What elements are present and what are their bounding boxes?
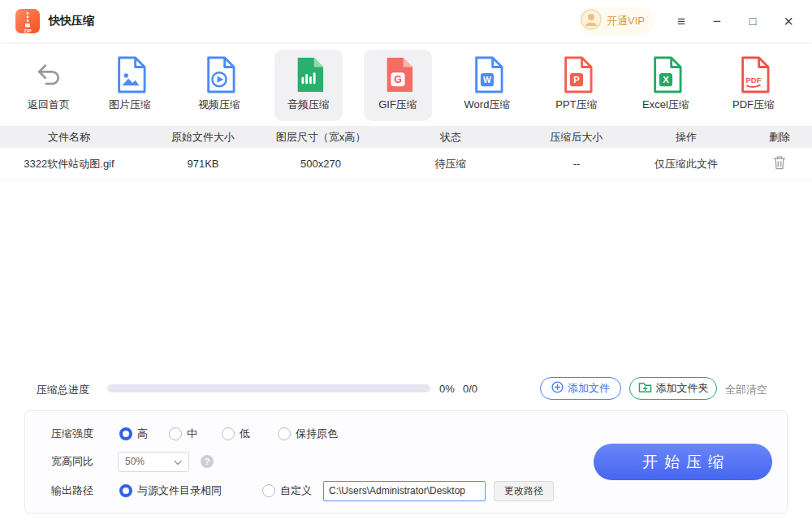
toolbar-item-label: Excel压缩 [642,98,689,112]
pdf-doc-icon: PDF [737,54,770,95]
toolbar-item-label: GIF压缩 [378,98,417,112]
ratio-label: 宽高同比 [51,454,97,469]
svg-text:X: X [663,75,669,84]
column-header-filename: 文件名称 [0,130,138,145]
svg-text:G: G [394,74,402,85]
table-row: 3322软件站动图.gif 971KB 500x270 待压缩 -- 仅压缩此文… [0,148,812,180]
column-header-original-size: 原始文件大小 [138,130,268,145]
svg-text:ZIP: ZIP [24,28,31,33]
toolbar-item-label: Word压缩 [464,98,511,112]
column-header-compressed-size: 压缩后大小 [528,130,625,145]
column-header-status: 状态 [374,130,528,145]
toolbar-item-ppt[interactable]: P PPT压缩 [542,50,611,121]
radio-icon [222,427,235,440]
column-header-dimensions: 图层尺寸（宽x高） [268,130,374,145]
radio-selected-icon [119,427,132,440]
output-option-same-dir[interactable]: 与源文件目录相同 [119,483,222,498]
strength-option-keep-color[interactable]: 保持原色 [278,427,338,441]
column-header-action: 操作 [625,130,747,145]
toolbar: 返回首页 图片压缩 视频压缩 [0,42,812,126]
compress-this-file-link[interactable]: 仅压缩此文件 [625,157,747,171]
video-doc-icon [203,54,235,95]
custom-path-input[interactable] [323,481,486,501]
toolbar-item-label: PPT压缩 [555,98,597,112]
strength-option-high[interactable]: 高 [119,427,148,441]
toolbar-item-word[interactable]: W Word压缩 [453,50,521,121]
settings-panel: 压缩强度 高 中 低 保持原色 宽高同比 50% [24,410,788,514]
avatar-icon [581,9,602,33]
back-icon [36,54,62,95]
total-progress-label: 压缩总进度 [37,383,89,397]
svg-text:W: W [483,76,491,84]
titlebar-right: 开通VIP ≡ − □ × [579,7,812,35]
strength-label: 压缩强度 [51,427,97,441]
output-label: 输出路径 [51,483,97,498]
progress-bar [107,384,430,392]
toolbar-item-excel[interactable]: X Excel压缩 [632,50,700,121]
ratio-row: 宽高同比 50% ? [51,452,214,471]
cell-status: 待压缩 [374,157,528,171]
audio-doc-icon [292,54,325,95]
start-compression-button[interactable]: 开始压缩 [594,444,772,480]
word-doc-icon: W [471,54,503,95]
titlebar: ZIP 快快压缩 开通VIP ≡ − □ × [0,0,812,42]
table-header: 文件名称 原始文件大小 图层尺寸（宽x高） 状态 压缩后大小 操作 删除 [0,126,812,148]
cell-compressed-size: -- [528,158,625,170]
toolbar-item-home[interactable]: 返回首页 [15,50,83,121]
help-icon[interactable]: ? [201,455,214,468]
cell-filename: 3322软件站动图.gif [0,157,138,171]
output-row: 输出路径 与源文件目录相同 自定义 更改路径 [51,481,554,500]
add-file-button[interactable]: 添加文件 [540,377,621,400]
strength-option-low[interactable]: 低 [222,427,250,441]
strength-row: 压缩强度 高 中 低 保持原色 [51,424,338,444]
radio-selected-icon [119,484,132,497]
radio-icon [169,427,182,440]
toolbar-item-label: PDF压缩 [732,98,775,112]
toolbar-item-gif[interactable]: G GIF压缩 [364,50,432,121]
column-header-delete: 删除 [747,130,812,145]
output-option-custom[interactable]: 自定义 [262,483,312,498]
vip-button[interactable]: 开通VIP [579,7,653,35]
gif-doc-icon: G [382,54,414,95]
excel-doc-icon: X [650,54,682,95]
ratio-value: 50% [125,456,145,467]
image-doc-icon [114,54,146,95]
cell-original-size: 971KB [138,158,268,170]
menu-icon[interactable]: ≡ [674,15,689,28]
toolbar-item-video[interactable]: 视频压缩 [185,50,253,121]
app-window: ZIP 快快压缩 开通VIP ≡ − □ × [0,0,812,520]
trash-icon[interactable] [773,155,786,172]
progress-count: 0/0 [463,383,477,395]
svg-text:P: P [573,75,580,84]
app-title: 快快压缩 [49,14,94,28]
change-path-button[interactable]: 更改路径 [494,481,554,501]
plus-circle-icon [551,381,564,396]
chevron-down-icon [174,454,182,469]
close-icon[interactable]: × [781,13,796,29]
radio-icon [262,484,275,497]
toolbar-item-audio[interactable]: 音频压缩 [274,50,343,121]
strength-option-medium[interactable]: 中 [169,427,197,441]
toolbar-item-label: 视频压缩 [198,98,240,112]
toolbar-item-image[interactable]: 图片压缩 [96,50,164,121]
add-folder-label: 添加文件夹 [656,381,709,396]
toolbar-item-pdf[interactable]: PDF PDF压缩 [719,50,788,121]
progress-percent: 0% [439,383,455,395]
cell-dimensions: 500x270 [268,158,374,170]
clear-all-button[interactable]: 全部清空 [725,383,767,397]
svg-text:PDF: PDF [745,76,761,84]
add-file-label: 添加文件 [568,381,610,396]
vip-label: 开通VIP [607,14,645,28]
minimize-icon[interactable]: − [710,15,724,28]
maximize-icon[interactable]: □ [745,15,760,27]
ppt-doc-icon: P [560,54,593,95]
toolbar-item-label: 音频压缩 [287,98,330,112]
toolbar-item-label: 返回首页 [28,98,70,112]
ratio-select[interactable]: 50% [118,452,189,472]
folder-plus-icon [638,381,652,396]
toolbar-item-label: 图片压缩 [109,98,151,112]
app-logo-icon: ZIP [15,8,41,34]
add-folder-button[interactable]: 添加文件夹 [629,377,717,400]
radio-icon [278,427,291,440]
